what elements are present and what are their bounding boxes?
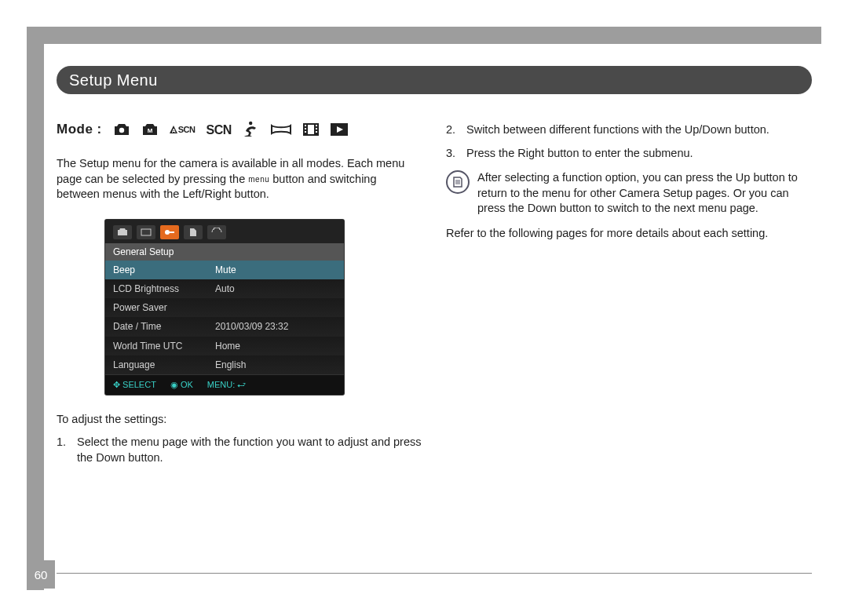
lcd-tab-setup-icon (160, 225, 179, 239)
playback-icon (331, 123, 348, 136)
lcd-row-language: LanguageEnglish (105, 355, 344, 374)
lcd-tab-display-icon (137, 225, 155, 239)
note-text: After selecting a function option, you c… (477, 170, 812, 217)
step-text: Press the Right button to enter the subm… (466, 146, 693, 162)
lcd-tab-connect-icon (207, 225, 226, 239)
lcd-screenshot: General Setup BeepMute LCD BrightnessAut… (105, 220, 344, 395)
step-text: Select the menu page with the function y… (77, 435, 422, 465)
lcd-row-label: Power Saver (113, 301, 215, 314)
lcd-footer-ok: ◉ OK (170, 379, 193, 391)
camera-auto-icon (113, 122, 130, 137)
panorama-icon (271, 123, 291, 136)
lcd-row-beep: BeepMute (105, 261, 344, 279)
lcd-footer-menu: MENU: ⮐ (207, 379, 247, 391)
step-3: 3. Press the Right button to enter the s… (446, 146, 812, 162)
lcd-row-brightness: LCD BrightnessAuto (105, 279, 344, 298)
note-box: After selecting a function option, you c… (446, 170, 812, 217)
mode-row: Mode : M ASCN SCN (57, 121, 422, 139)
step-number: 2. (446, 122, 460, 138)
top-bar (27, 27, 821, 44)
lcd-row-label: Date / Time (113, 320, 215, 333)
svg-point-6 (165, 230, 170, 235)
step-1: 1. Select the menu page with the functio… (57, 435, 422, 465)
side-bar (27, 27, 44, 590)
note-icon (446, 170, 470, 194)
lcd-row-value: Mute (215, 264, 236, 276)
lcd-row-label: Beep (113, 264, 215, 276)
left-column: Mode : M ASCN SCN (57, 110, 422, 473)
lcd-tab-camera-icon (113, 225, 132, 239)
svg-rect-7 (170, 231, 174, 233)
camera-manual-icon: M (141, 122, 159, 137)
svg-text:M: M (147, 127, 152, 134)
menu-word: menu (248, 175, 269, 184)
movie-icon (302, 122, 320, 137)
svg-point-0 (119, 128, 124, 133)
lcd-row-date-time: Date / Time2010/03/09 23:32 (105, 317, 344, 336)
svg-rect-3 (308, 125, 314, 134)
content: Mode : M ASCN SCN (57, 110, 812, 473)
lcd-footer: ✥ SELECT ◉ OK MENU: ⮐ (105, 374, 344, 395)
step-number: 3. (446, 146, 460, 162)
scn-icon: SCN (207, 122, 232, 139)
lcd-row-value: Auto (215, 282, 235, 295)
section-title: Setup Menu (57, 66, 812, 94)
ascn-icon: ASCN (170, 124, 196, 136)
lcd-row-power-saver: Power Saver (105, 298, 344, 317)
step-text: Switch between different functions with … (466, 122, 769, 138)
lcd-footer-select: ✥ SELECT (113, 379, 156, 391)
lcd-row-world-time: World Time UTCHome (105, 337, 344, 355)
lcd-row-value: Home (215, 340, 240, 352)
to-adjust-label: To adjust the settings: (57, 412, 422, 428)
svg-text:A: A (172, 128, 176, 133)
lcd-row-label: LCD Brightness (113, 282, 215, 295)
mode-label: Mode : (57, 121, 102, 139)
intro-paragraph: The Setup menu for the camera is availab… (57, 156, 422, 202)
lcd-row-label: Language (113, 359, 215, 371)
page-number: 60 (27, 560, 55, 589)
lcd-row-label: World Time UTC (113, 340, 215, 352)
svg-rect-5 (141, 229, 151, 235)
step-2: 2. Switch between different functions wi… (446, 122, 812, 138)
footer-rule (57, 573, 812, 574)
lcd-tab-file-icon (184, 225, 203, 239)
right-column: 2. Switch between different functions wi… (446, 110, 812, 473)
refer-text: Refer to the following pages for more de… (446, 226, 812, 242)
step-number: 1. (57, 435, 71, 465)
lcd-row-value: 2010/03/09 23:32 (215, 320, 288, 333)
lcd-tabs (105, 220, 344, 243)
person-scene-icon (243, 121, 260, 138)
lcd-section-label: General Setup (105, 243, 344, 261)
lcd-row-value: English (215, 359, 246, 371)
